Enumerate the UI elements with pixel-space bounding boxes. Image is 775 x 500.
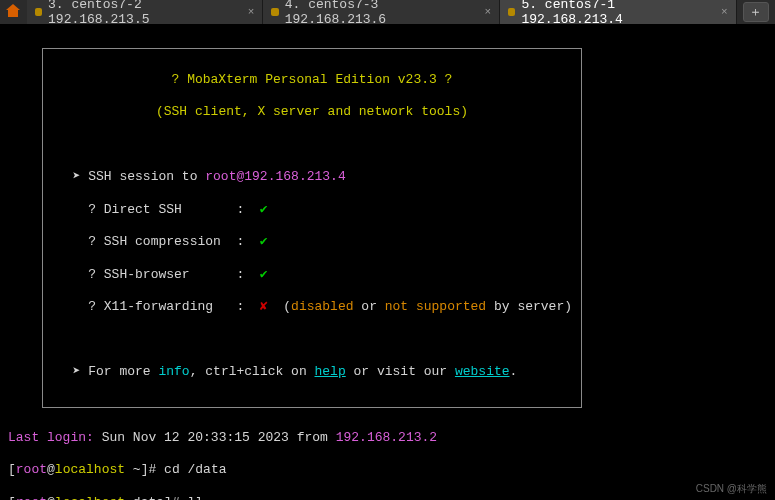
banner-more: ➤ For more info, ctrl+click on help or v…	[57, 364, 567, 380]
tab-label: 3. centos7-2 192.168.213.5	[48, 0, 236, 27]
tab-label: 4. centos7-3 192.168.213.6	[285, 0, 473, 27]
banner-item: ? Direct SSH : ✔	[57, 202, 567, 218]
last-login: Last login: Sun Nov 12 20:33:15 2023 fro…	[8, 430, 767, 446]
tab-centos7-3[interactable]: 4. centos7-3 192.168.213.6 ×	[263, 0, 500, 24]
watermark: CSDN @科学熊	[696, 482, 767, 496]
help-link[interactable]: help	[315, 364, 346, 379]
prompt-line: [root@localhost ~]# cd /data	[8, 462, 767, 478]
new-tab-button[interactable]: ＋	[743, 2, 769, 22]
terminal-icon	[508, 8, 515, 16]
banner-item: ? SSH compression : ✔	[57, 234, 567, 250]
close-icon[interactable]: ×	[721, 6, 728, 18]
tab-bar: 3. centos7-2 192.168.213.5 × 4. centos7-…	[0, 0, 775, 24]
banner-item: ? SSH-browser : ✔	[57, 267, 567, 283]
close-icon[interactable]: ×	[248, 6, 255, 18]
terminal-icon	[271, 8, 278, 16]
tab-centos7-2[interactable]: 3. centos7-2 192.168.213.5 ×	[27, 0, 264, 24]
close-icon[interactable]: ×	[484, 6, 491, 18]
moba-banner: ? MobaXterm Personal Edition v23.3 ? (SS…	[42, 48, 582, 407]
prompt-line: [root@localhost data]# ll	[8, 495, 767, 500]
terminal-icon	[35, 8, 42, 16]
banner-session: ➤ SSH session to root@192.168.213.4	[57, 169, 567, 185]
banner-item: ? X11-forwarding : ✘ (disabled or not su…	[57, 299, 567, 315]
website-link[interactable]: website	[455, 364, 510, 379]
terminal-area[interactable]: ? MobaXterm Personal Edition v23.3 ? (SS…	[0, 24, 775, 500]
tab-label: 5. centos7-1 192.168.213.4	[521, 0, 709, 27]
banner-title: ? MobaXterm Personal Edition v23.3 ?	[57, 72, 567, 88]
tab-centos7-1[interactable]: 5. centos7-1 192.168.213.4 ×	[500, 0, 737, 24]
banner-subtitle: (SSH client, X server and network tools)	[57, 104, 567, 120]
home-icon[interactable]	[4, 1, 23, 21]
